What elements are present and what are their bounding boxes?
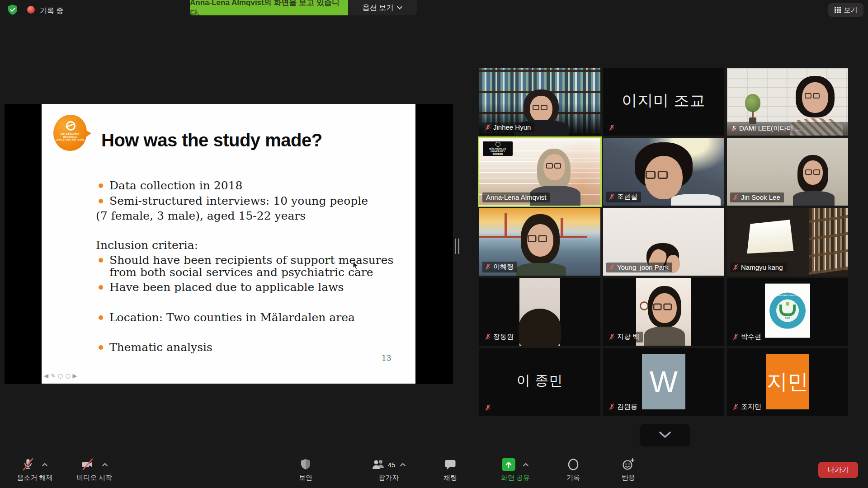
record-button[interactable]: 기록: [552, 457, 594, 482]
slide-bullet-line: Thematic analysis: [99, 341, 212, 354]
participant-tile-park-suhyun[interactable]: GYEONGSANGNAMDO ASSOCIATION OF SOCIAL WO…: [727, 278, 848, 346]
participant-tile-anna-lena-almqvist[interactable]: MÄLARDALEN UNIVERSITYSWEDEN Anna-Lena Al…: [479, 138, 600, 206]
participant-name-label: Namgyu kang: [730, 263, 787, 272]
slide-bullet-line: Location: Two counties in Mälardalen are…: [99, 311, 355, 324]
mic-muted-toolbar-icon: [22, 458, 34, 471]
meeting-toolbar: 음소거 해제 비디오 시작 보안: [0, 454, 868, 488]
participant-mute-badge: [606, 123, 618, 132]
view-button-label: 보기: [844, 6, 858, 14]
grid-view-icon: [835, 7, 841, 13]
chat-button[interactable]: 채팅: [429, 457, 472, 482]
participant-center-name: 이지미 조교: [603, 90, 724, 111]
mic-muted-icon: [609, 264, 615, 271]
participant-name-label: Young_joon Park: [606, 263, 672, 272]
participant-name-label: 박수현: [730, 332, 765, 343]
participant-name-label: DAMI LEE(이다미 ...: [727, 122, 848, 136]
slide-tool-icon[interactable]: ○: [65, 372, 70, 379]
mic-muted-icon: [485, 404, 491, 411]
mic-muted-icon: [732, 194, 739, 201]
mic-muted-icon: [609, 193, 615, 200]
participant-name-label: Jin Sook Lee: [730, 192, 784, 202]
participant-name-label: Anna-Lena Almqvist: [482, 192, 550, 202]
leave-meeting-button[interactable]: 나가기: [818, 462, 858, 478]
security-label: 보안: [299, 474, 312, 482]
share-screen-label: 화면 공유: [501, 474, 530, 482]
participant-tile-jinhee-hyun[interactable]: Jinhee Hyun: [479, 68, 600, 136]
mic-muted-icon: [732, 264, 739, 271]
participants-button[interactable]: 45 참가자: [357, 457, 420, 482]
participant-tile-jang-dongwon[interactable]: 장동원: [479, 278, 600, 346]
slide-text-line: Inclusion criteria:: [96, 239, 198, 252]
audio-options-caret-icon[interactable]: [42, 463, 48, 467]
participants-icon: [372, 458, 386, 471]
participants-caret-icon[interactable]: [400, 463, 406, 467]
slide-text-line: (7 female, 3 male), aged 15-22 years: [96, 209, 306, 223]
encryption-shield-icon[interactable]: [7, 4, 18, 16]
university-logo: MÄLARDALENS HÖGSKOLAESKILSTUNA VÄSTERÅS: [53, 115, 95, 153]
participant-tile-lee-hyeryeong[interactable]: 이혜령: [479, 208, 600, 276]
pen-tool-icon[interactable]: ✎: [51, 372, 56, 379]
participant-name-label: 장동원: [482, 332, 517, 343]
share-screen-button[interactable]: 화면 공유: [486, 457, 545, 482]
reactions-button[interactable]: 반응: [608, 457, 649, 482]
collapse-gallery-button[interactable]: [640, 424, 690, 446]
view-options-button[interactable]: 옵션 보기: [348, 0, 417, 15]
participant-tile-jin-sook-lee[interactable]: Jin Sook Lee: [727, 138, 848, 206]
participant-tile-lee-jongmin[interactable]: 이 종민: [479, 348, 600, 416]
chat-label: 채팅: [443, 474, 457, 482]
video-options-caret-icon[interactable]: [102, 463, 108, 467]
top-bar: 기록 중 Anna-Lena Almqvist의 화면을 보고 있습니다. 옵션…: [0, 0, 868, 20]
share-options-caret-icon[interactable]: [523, 463, 529, 467]
chevron-down-icon: [658, 431, 672, 439]
slide-bullet-line: Data collection in 2018: [99, 179, 243, 192]
participant-tile-jihyang-baek[interactable]: 지향 백: [603, 278, 724, 346]
mic-muted-icon: [732, 333, 739, 340]
avatar-initial: 지민: [767, 368, 808, 396]
participant-tile-dami-lee[interactable]: DAMI LEE(이다미 ...: [727, 68, 848, 136]
mic-muted-icon: [609, 404, 615, 410]
gallery-view-button[interactable]: 보기: [828, 3, 863, 17]
prev-slide-icon[interactable]: ◀: [44, 372, 48, 379]
camera-off-toolbar-icon: [81, 458, 94, 471]
mic-muted-icon: [485, 333, 491, 340]
screen-share-banner: Anna-Lena Almqvist의 화면을 보고 있습니다.: [190, 0, 348, 15]
security-button[interactable]: 보안: [284, 457, 327, 482]
participant-name-label: 김원룡: [606, 402, 641, 413]
mic-muted-icon: [485, 124, 491, 131]
participant-tile-jo-hyuncheol[interactable]: 조현철: [603, 138, 724, 206]
participant-name-label: 지향 백: [606, 332, 643, 343]
participants-label: 참가자: [379, 474, 399, 482]
start-video-label: 비디오 시작: [76, 474, 112, 482]
participant-tile-lee-jimi[interactable]: 이지미 조교: [603, 68, 724, 136]
start-video-button[interactable]: 비디오 시작: [66, 457, 123, 482]
slide-nav-toolbar: ◀ ✎ ○ ○ ▶: [44, 372, 77, 379]
panel-resize-handle[interactable]: [455, 239, 460, 254]
participant-name-label: 조현철: [606, 192, 641, 202]
participant-tile-kim-wonryong[interactable]: W 김원룡: [603, 348, 724, 416]
recording-status: 기록 중: [40, 6, 63, 16]
slide-page-number: 13: [382, 353, 392, 362]
unmute-button[interactable]: 음소거 해제: [8, 457, 61, 482]
chevron-down-icon: [397, 6, 402, 9]
participants-count: 45: [388, 461, 396, 469]
participant-tile-namgyu-kang[interactable]: Namgyu kang: [727, 208, 848, 276]
participant-tile-jo-jimin[interactable]: 지민 조지민: [727, 348, 848, 416]
slide-title: How was the study made?: [101, 130, 322, 150]
reactions-icon: [622, 458, 635, 471]
next-slide-icon[interactable]: ▶: [73, 372, 77, 379]
presentation-slide: MÄLARDALENS HÖGSKOLAESKILSTUNA VÄSTERÅS …: [42, 104, 415, 384]
slide-bullet-line: Semi-structured interviews: 10 young peo…: [99, 194, 368, 208]
record-label: 기록: [566, 474, 580, 482]
participant-tile-young-joon-park[interactable]: Young_joon Park: [603, 208, 724, 276]
participant-name-label: 이혜령: [482, 262, 517, 272]
participant-mute-badge: [482, 404, 495, 413]
avatar-initial: W: [650, 365, 678, 399]
mic-muted-icon: [485, 263, 491, 270]
share-screen-icon: [502, 458, 515, 471]
slide-tool-icon[interactable]: ○: [58, 372, 63, 379]
mdu-logo-overlay: MÄLARDALEN UNIVERSITYSWEDEN: [483, 141, 513, 156]
unmute-label: 음소거 해제: [17, 474, 52, 482]
participant-name-label: 조지민: [730, 402, 765, 413]
chat-bubble-icon: [444, 458, 457, 471]
mic-muted-icon: [732, 404, 739, 410]
